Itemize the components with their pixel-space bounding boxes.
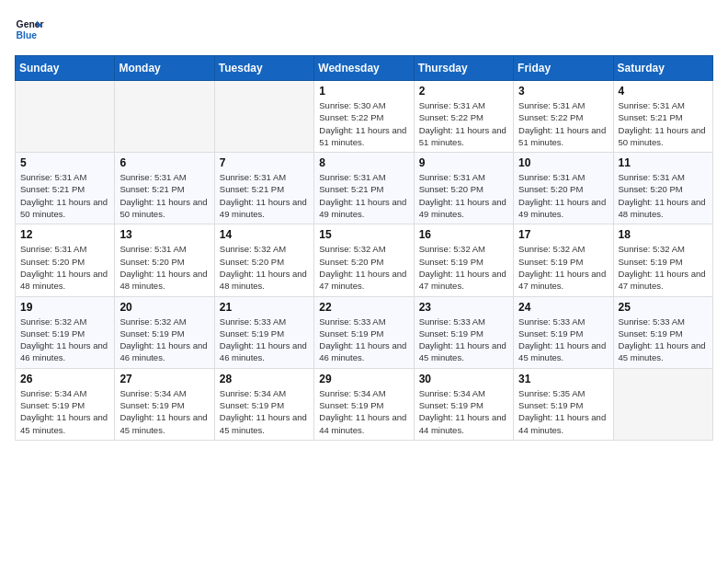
day-header-monday: Monday	[115, 56, 214, 81]
day-info: Sunrise: 5:31 AMSunset: 5:21 PMDaylight:…	[619, 99, 708, 148]
calendar-cell: 7Sunrise: 5:31 AMSunset: 5:21 PMDaylight…	[214, 153, 313, 224]
day-info: Sunrise: 5:31 AMSunset: 5:20 PMDaylight:…	[419, 171, 508, 220]
calendar-cell: 20Sunrise: 5:32 AMSunset: 5:19 PMDayligh…	[115, 296, 214, 368]
calendar-cell: 11Sunrise: 5:31 AMSunset: 5:20 PMDayligh…	[613, 153, 712, 224]
calendar-header-row: SundayMondayTuesdayWednesdayThursdayFrid…	[16, 56, 713, 81]
day-header-saturday: Saturday	[613, 56, 712, 81]
day-info: Sunrise: 5:34 AMSunset: 5:19 PMDaylight:…	[20, 387, 109, 436]
day-info: Sunrise: 5:32 AMSunset: 5:19 PMDaylight:…	[20, 316, 109, 364]
day-info: Sunrise: 5:34 AMSunset: 5:19 PMDaylight:…	[319, 387, 408, 436]
day-info: Sunrise: 5:32 AMSunset: 5:20 PMDaylight:…	[319, 243, 408, 292]
calendar-body: 1Sunrise: 5:30 AMSunset: 5:22 PMDaylight…	[16, 81, 713, 441]
day-info: Sunrise: 5:34 AMSunset: 5:19 PMDaylight:…	[419, 387, 508, 436]
day-number: 29	[319, 373, 408, 385]
calendar-cell: 5Sunrise: 5:31 AMSunset: 5:21 PMDaylight…	[16, 153, 115, 224]
calendar-cell: 8Sunrise: 5:31 AMSunset: 5:21 PMDaylight…	[314, 153, 414, 224]
day-number: 1	[319, 85, 408, 98]
calendar-week-row: 19Sunrise: 5:32 AMSunset: 5:19 PMDayligh…	[16, 296, 713, 368]
day-number: 17	[518, 228, 608, 241]
calendar-cell: 13Sunrise: 5:31 AMSunset: 5:20 PMDayligh…	[115, 224, 214, 296]
calendar-week-row: 5Sunrise: 5:31 AMSunset: 5:21 PMDaylight…	[16, 153, 713, 224]
calendar-cell	[115, 81, 214, 153]
day-number: 12	[20, 228, 109, 241]
calendar-week-row: 12Sunrise: 5:31 AMSunset: 5:20 PMDayligh…	[16, 224, 713, 296]
day-info: Sunrise: 5:33 AMSunset: 5:19 PMDaylight:…	[518, 316, 608, 364]
calendar-cell: 26Sunrise: 5:34 AMSunset: 5:19 PMDayligh…	[16, 368, 115, 440]
day-info: Sunrise: 5:34 AMSunset: 5:19 PMDaylight:…	[119, 387, 209, 436]
day-number: 6	[119, 156, 209, 169]
calendar-cell: 21Sunrise: 5:33 AMSunset: 5:19 PMDayligh…	[214, 296, 313, 368]
calendar-cell: 31Sunrise: 5:35 AMSunset: 5:19 PMDayligh…	[514, 368, 613, 440]
day-info: Sunrise: 5:31 AMSunset: 5:21 PMDaylight:…	[319, 171, 408, 220]
day-number: 24	[518, 301, 608, 314]
day-number: 21	[220, 301, 309, 314]
calendar-cell	[214, 81, 313, 153]
day-info: Sunrise: 5:32 AMSunset: 5:20 PMDaylight:…	[220, 243, 309, 292]
day-number: 30	[419, 373, 508, 385]
day-header-sunday: Sunday	[16, 56, 115, 81]
day-info: Sunrise: 5:31 AMSunset: 5:22 PMDaylight:…	[419, 99, 508, 148]
calendar-table: SundayMondayTuesdayWednesdayThursdayFrid…	[15, 55, 713, 441]
day-info: Sunrise: 5:31 AMSunset: 5:20 PMDaylight:…	[619, 171, 708, 220]
day-number: 2	[419, 85, 508, 98]
day-number: 26	[20, 373, 109, 385]
day-number: 23	[419, 301, 508, 314]
calendar-cell: 1Sunrise: 5:30 AMSunset: 5:22 PMDaylight…	[314, 81, 414, 153]
calendar-cell	[613, 368, 712, 440]
calendar-cell: 17Sunrise: 5:32 AMSunset: 5:19 PMDayligh…	[514, 224, 613, 296]
day-number: 22	[319, 301, 408, 314]
day-number: 16	[419, 228, 508, 241]
calendar-cell: 14Sunrise: 5:32 AMSunset: 5:20 PMDayligh…	[214, 224, 313, 296]
calendar-cell	[16, 81, 115, 153]
day-header-thursday: Thursday	[414, 56, 513, 81]
day-number: 3	[518, 85, 608, 98]
day-number: 25	[619, 301, 708, 314]
day-info: Sunrise: 5:31 AMSunset: 5:20 PMDaylight:…	[518, 171, 608, 220]
day-info: Sunrise: 5:31 AMSunset: 5:21 PMDaylight:…	[220, 171, 309, 220]
day-info: Sunrise: 5:31 AMSunset: 5:21 PMDaylight:…	[119, 171, 209, 220]
day-info: Sunrise: 5:32 AMSunset: 5:19 PMDaylight:…	[119, 316, 209, 364]
day-number: 28	[220, 373, 309, 385]
day-number: 18	[619, 228, 708, 241]
day-number: 8	[319, 156, 408, 169]
day-header-friday: Friday	[514, 56, 613, 81]
calendar-cell: 24Sunrise: 5:33 AMSunset: 5:19 PMDayligh…	[514, 296, 613, 368]
logo: General Blue	[15, 15, 48, 44]
calendar-cell: 22Sunrise: 5:33 AMSunset: 5:19 PMDayligh…	[314, 296, 414, 368]
calendar-cell: 6Sunrise: 5:31 AMSunset: 5:21 PMDaylight…	[115, 153, 214, 224]
day-info: Sunrise: 5:33 AMSunset: 5:19 PMDaylight:…	[220, 316, 309, 364]
day-number: 13	[119, 228, 209, 241]
day-number: 31	[518, 373, 608, 385]
calendar-cell: 28Sunrise: 5:34 AMSunset: 5:19 PMDayligh…	[214, 368, 313, 440]
calendar-week-row: 1Sunrise: 5:30 AMSunset: 5:22 PMDaylight…	[16, 81, 713, 153]
day-info: Sunrise: 5:32 AMSunset: 5:19 PMDaylight:…	[619, 243, 708, 292]
day-number: 10	[518, 156, 608, 169]
day-number: 4	[619, 85, 708, 98]
day-number: 19	[20, 301, 109, 314]
day-info: Sunrise: 5:32 AMSunset: 5:19 PMDaylight:…	[518, 243, 608, 292]
day-info: Sunrise: 5:32 AMSunset: 5:19 PMDaylight:…	[419, 243, 508, 292]
svg-text:Blue: Blue	[17, 30, 38, 40]
calendar-cell: 16Sunrise: 5:32 AMSunset: 5:19 PMDayligh…	[414, 224, 513, 296]
calendar-cell: 30Sunrise: 5:34 AMSunset: 5:19 PMDayligh…	[414, 368, 513, 440]
day-info: Sunrise: 5:31 AMSunset: 5:22 PMDaylight:…	[518, 99, 608, 148]
day-number: 9	[419, 156, 508, 169]
day-number: 7	[220, 156, 309, 169]
day-info: Sunrise: 5:33 AMSunset: 5:19 PMDaylight:…	[419, 316, 508, 364]
day-info: Sunrise: 5:31 AMSunset: 5:21 PMDaylight:…	[20, 171, 109, 220]
calendar-cell: 15Sunrise: 5:32 AMSunset: 5:20 PMDayligh…	[314, 224, 414, 296]
day-number: 14	[220, 228, 309, 241]
page-header: General Blue	[15, 15, 713, 44]
day-header-wednesday: Wednesday	[314, 56, 414, 81]
calendar-cell: 19Sunrise: 5:32 AMSunset: 5:19 PMDayligh…	[16, 296, 115, 368]
day-info: Sunrise: 5:34 AMSunset: 5:19 PMDaylight:…	[220, 387, 309, 436]
calendar-week-row: 26Sunrise: 5:34 AMSunset: 5:19 PMDayligh…	[16, 368, 713, 440]
calendar-cell: 10Sunrise: 5:31 AMSunset: 5:20 PMDayligh…	[514, 153, 613, 224]
day-number: 5	[20, 156, 109, 169]
calendar-cell: 25Sunrise: 5:33 AMSunset: 5:19 PMDayligh…	[613, 296, 712, 368]
calendar-cell: 27Sunrise: 5:34 AMSunset: 5:19 PMDayligh…	[115, 368, 214, 440]
day-number: 11	[619, 156, 708, 169]
calendar-cell: 3Sunrise: 5:31 AMSunset: 5:22 PMDaylight…	[514, 81, 613, 153]
day-info: Sunrise: 5:30 AMSunset: 5:22 PMDaylight:…	[319, 99, 408, 148]
day-info: Sunrise: 5:31 AMSunset: 5:20 PMDaylight:…	[119, 243, 209, 292]
